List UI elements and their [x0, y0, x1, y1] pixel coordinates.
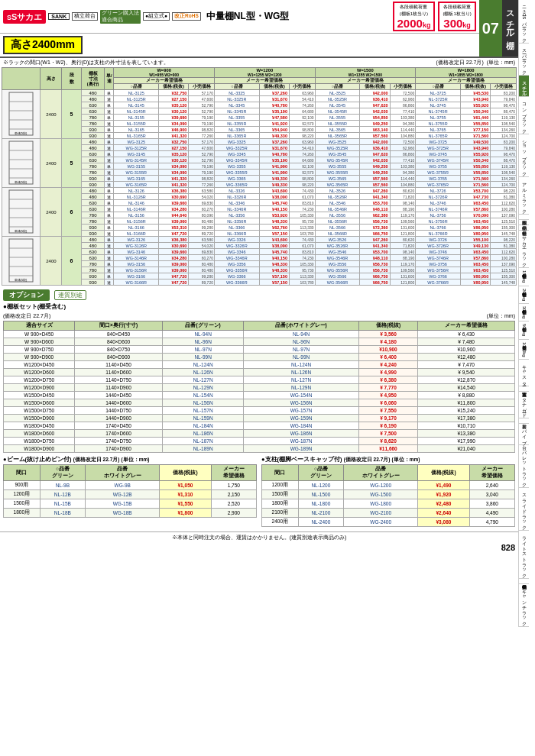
sidebar-item-14[interactable]: 重量棚1000kg — [519, 340, 529, 360]
sidebar-item-15[interactable]: キャスター — [519, 360, 529, 386]
shelf-row: W1800×D9001740×D900NL-189NWG-189N¥11,660… — [4, 445, 515, 453]
beam-row: 1800用NL-18BWG-18B¥1,8002,900 — [4, 509, 257, 518]
sidebar-item-23[interactable]: 長尺物収納棚 — [519, 579, 529, 584]
sidebar-item-22[interactable]: ライトストラック — [519, 531, 529, 579]
w12-price: 価格(税抜) — [259, 84, 289, 90]
shelf-unit: (単位：mm) — [487, 312, 515, 320]
shelf-size-header: 棚板寸法(奥行) — [81, 68, 105, 90]
shelf-table: 適合サイズ 間口×奥行(寸寸) 品番(グリーン) 品番(ホワイトグレー) 価格(… — [3, 321, 515, 453]
w900-sub: メーカー希望価格 — [114, 78, 215, 84]
support-table: 間口 ○品番グリーン 品番ホワイトグレー 価格(税抜) メーカー希望価格 120… — [261, 464, 515, 527]
sidebar-item-0[interactable]: ニューCSパーラック — [519, 0, 529, 44]
w1800-header: W=1800W1=1855 W2=1800 — [416, 68, 517, 78]
table-note: ※ラックの間口(W1・W2)、奥行(D)は支柱の外寸法を表しています。 — [3, 59, 169, 66]
w1800-sub: メーカー希望価格 — [416, 78, 517, 84]
shelf-row: W1800×D4501740×D450NL-184NWG-184N¥ 6,190… — [4, 422, 515, 430]
shelf-set-title: ●棚板セット(棚受含む) — [3, 302, 515, 311]
sidebar-item-21[interactable]: スライドラック — [519, 488, 529, 531]
price-note: (価格改定日 22.7月) (単位：mm) — [436, 59, 515, 66]
weight-box-1: 各段積載荷重 (棚板1枚当り) 2000kg — [393, 2, 436, 31]
sidebar-item-5[interactable]: アルミラック — [519, 177, 529, 215]
options-title: オプション — [3, 289, 50, 301]
shelf-row: W 900×D600840×D600NL-96NNL-96N¥ 4,180¥ 7… — [4, 338, 515, 346]
product-title: 中量棚NL型・WG型 — [206, 10, 290, 23]
shelf-note: (価格改定日 22.7月) — [3, 312, 50, 320]
shelf-row: W 900×D450840×D450NL-94NNL-94N¥ 3,560¥ 6… — [4, 331, 515, 338]
options-section: オプション 連質別途 ●棚板セット(棚受含む) (価格改定日 22.7月) (単… — [0, 288, 518, 528]
sidebar-item-17[interactable]: タナガード — [519, 392, 529, 418]
shelf-row: W1500×D9001440×D900NL-159NWG-159N¥ 9,170… — [4, 415, 515, 422]
brand-tag: SANK — [48, 13, 70, 20]
shelf-row: W 900×D900840×D900NL-99NNL-99N¥ 6,400¥12… — [4, 354, 515, 361]
sidebar-item-11[interactable]: 中軽量棚200kg — [519, 286, 529, 304]
support-row: 2400用NL-2400WG-2400¥3,0804,790 — [262, 518, 515, 527]
shelf-row: W1500×D4501440×D450NL-154NWG-154N¥ 4,950… — [4, 392, 515, 399]
w9-pn: ○品番 — [114, 84, 159, 90]
w1500-header: W=1500W1=1355 W2=1500 — [315, 68, 416, 78]
w9-price: 価格(税抜) — [159, 84, 189, 90]
sidebar-item-19[interactable]: パイプ台 — [519, 424, 529, 445]
sidebar-item-3[interactable]: コンプラック — [519, 97, 529, 134]
shelf-row: W1800×D6001740×D600NL-186NWG-186N¥ 7,500… — [4, 430, 515, 438]
shelf-row: W1200×D9001140×D900NL-129NNL-129N¥ 7,770… — [4, 384, 515, 392]
weight-box-2: 各段積載荷重 (棚板1枚当り) 300kg — [438, 2, 475, 31]
sidebar-item-10[interactable]: 中軽量棚150kg — [519, 268, 529, 286]
sidebar-item-8[interactable]: 軽量棚 — [519, 225, 529, 231]
w9-maker: 小売価格 — [189, 84, 215, 90]
height-label: 高さ2400mm — [3, 36, 83, 54]
svg-text:単体(5段): 単体(5段) — [15, 180, 28, 184]
right-sidebar: ニューCSパーラックスーパーラックスチール棚コンプラックショップラックアルミラッ… — [518, 0, 535, 627]
sidebar-item-24[interactable]: キャンチラック — [519, 584, 529, 627]
w12-maker: 小売価格 — [289, 84, 315, 90]
beam-row: 1200用NL-12BWG-12B¥1,3102,150 — [4, 490, 257, 499]
svg-text:単体(5段): 単体(5段) — [15, 131, 28, 135]
svg-text:単体(5段): 単体(5段) — [15, 229, 28, 233]
logo: SSサカエ — [3, 10, 46, 24]
beam-section: ●ビーム(抜け止めピン付) (価格改定日 22.7月) (単位：mm) 間口 ○… — [3, 456, 257, 527]
sidebar-item-18[interactable]: 書架 — [519, 418, 529, 424]
shelf-row: W1200×D7501140×D750NL-127NNL-127N¥ 6,380… — [4, 376, 515, 384]
tag-green: グリーン購入法適合商品 — [100, 10, 141, 24]
w15-maker: 小売価格 — [390, 84, 416, 90]
sidebar-item-2[interactable]: スチール棚 — [519, 76, 529, 97]
w12-pn: ○品番 — [214, 84, 259, 90]
support-row: 1200用NL-1200WG-1200¥1,4902,640 — [262, 481, 515, 490]
sidebar-item-9[interactable]: サカエラック — [519, 231, 529, 268]
tag-kumitate: ●組立式● — [143, 12, 170, 21]
shelf-row: W1200×D6001140×D600NL-126NNL-126N¥ 4,990… — [4, 369, 515, 376]
shelf-row: W1200×D4501140×D450NL-124NNL-124N¥ 4,240… — [4, 361, 515, 369]
svg-text:単体(5段): 単体(5段) — [15, 278, 28, 282]
table-row: 単体(5段) 24005480単WG-3125¥32,75057,170WG-3… — [2, 139, 517, 145]
w1200-header: W=1200W1=1255 W2=1200 — [214, 68, 315, 78]
sidebar-item-6[interactable]: 開放棚 — [519, 215, 529, 220]
w18-price: 価格(税抜) — [461, 84, 491, 90]
w18-pn: ○品番 — [416, 84, 461, 90]
dan-header: 段数 — [62, 68, 81, 90]
w900-header: W=900W1=955 W2=900 — [114, 68, 215, 78]
diagram-header — [2, 68, 41, 90]
support-row: 2100用NL-2100WG-2100¥2,6404,490 — [262, 509, 515, 518]
w15-price: 価格(税抜) — [360, 84, 390, 90]
sidebar-item-20[interactable]: パレットラック — [519, 445, 529, 488]
beam-row: 900用NL-9BWG-9B¥1,0501,750 — [4, 481, 257, 490]
sidebar-item-13[interactable]: 中量棚500kg — [519, 321, 529, 339]
sidebar-item-1[interactable]: スーパーラック — [519, 44, 529, 76]
sidebar-item-16[interactable]: 蓄波置場 — [519, 386, 529, 392]
category-label: スチール棚 — [502, 0, 518, 57]
table-row: 単体(5段) 24006480単WG-3126¥36,38063,580WG-3… — [2, 237, 517, 243]
table-row: 単体(5段) 24006480単NL-3126¥36,38063,580NL-3… — [2, 188, 517, 194]
support-section: ●支柱(棚脚ベースキャップ付) (価格改定日 22.7月) (単位：mm) 間口… — [261, 456, 515, 527]
tag-rohs: 改正RoHS — [172, 12, 201, 21]
main-product-table: 高さ 段数 棚板寸法(奥行) 単/連 W=900W1=955 W2=900 W=… — [2, 67, 517, 286]
footer-note: ※本体と同時注文の場合、運賃はかかりません。(連質別途表示商品のみ) — [0, 531, 518, 541]
sidebar-item-12[interactable]: 中軽量棚300kg — [519, 304, 529, 321]
type-header: 単/連 — [105, 68, 114, 90]
sidebar-item-7[interactable]: 物品棚 — [519, 220, 529, 225]
sidebar-item-4[interactable]: ショップラック — [519, 134, 529, 177]
beam-row: 1500用NL-15BWG-15B¥1,5502,520 — [4, 499, 257, 509]
shelf-row: W1500×D6001440×D600NL-156NWG-156N¥ 6,060… — [4, 399, 515, 407]
height-header: 高さ — [41, 68, 62, 90]
page-number: 828 — [0, 543, 518, 552]
shelf-row: W 900×D750840×D750NL-97NNL-97N¥10,900¥10… — [4, 346, 515, 354]
w1500-sub: メーカー希望価格 — [315, 78, 416, 84]
